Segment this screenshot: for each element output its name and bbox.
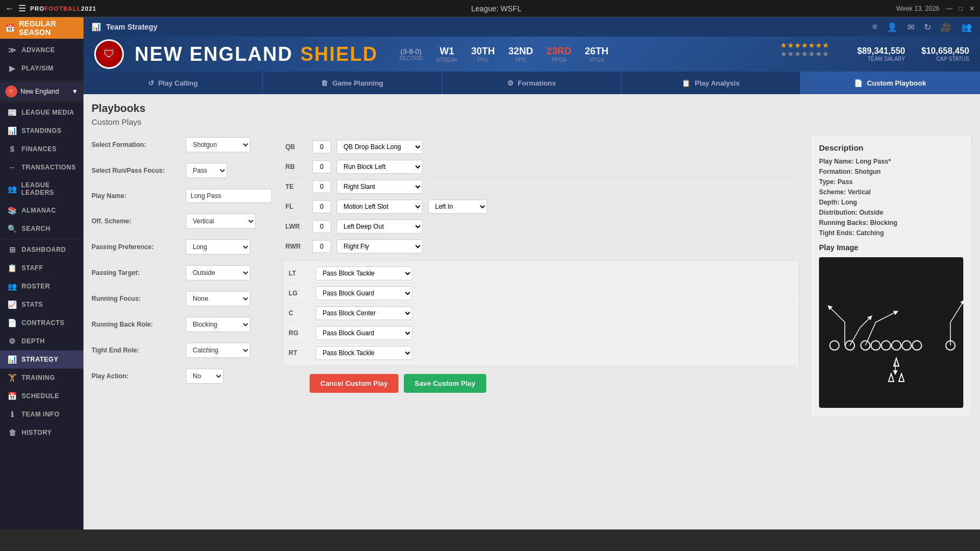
- qb: [894, 358, 899, 366]
- left-form-panel: Select Formation: Shotgun I-Formation Sp…: [92, 135, 272, 393]
- sidebar-item-contracts[interactable]: 📄 CONTRACTS: [0, 314, 83, 332]
- desc-dist-label: Distribution:: [819, 209, 857, 216]
- pos-route-qb[interactable]: QB Drop Back Long: [337, 140, 423, 154]
- passtarget-select[interactable]: Outside Inside: [186, 265, 250, 280]
- standings-icon: 📊: [8, 126, 17, 135]
- play-image-area: [819, 257, 963, 408]
- pos-route-rt[interactable]: Pass Block Tackle: [316, 346, 412, 360]
- content-area: 📊 Team Strategy ≡ 👤 ✉ ↻ 🎥 👥 🛡 NEW ENGLAN…: [83, 17, 980, 529]
- sidebar-item-depth[interactable]: ⚙ DEPTH: [0, 332, 83, 350]
- pos-label-rb: RB: [285, 163, 307, 171]
- sidebar-item-roster[interactable]: 👥 ROSTER: [0, 277, 83, 295]
- tab-custom-playbook-icon: 📄: [854, 79, 863, 87]
- pos-route-c[interactable]: Pass Block Center: [316, 306, 412, 320]
- pos-number-te[interactable]: [312, 180, 331, 193]
- sidebar-item-league-leaders[interactable]: 👥 LEAGUE LEADERS: [0, 176, 83, 201]
- pos-number-qb[interactable]: [312, 140, 331, 153]
- pos-label-rg: RG: [289, 329, 310, 337]
- sidebar-item-playsim[interactable]: ▶ PLAY/SIM: [0, 59, 83, 77]
- main-layout: 📅 REGULAR SEASON ≫ ADVANCE ▶ PLAY/SIM 🛡 …: [0, 17, 980, 529]
- team-selector[interactable]: 🛡 New England ▼: [0, 82, 83, 101]
- terole-select[interactable]: Catching Blocking: [186, 343, 250, 358]
- sidebar-item-almanac[interactable]: 📚 ALMANAC: [0, 201, 83, 220]
- header-icon-refresh[interactable]: ↻: [924, 22, 931, 32]
- formation-select[interactable]: Shotgun I-Formation Spread: [186, 137, 250, 152]
- pos-route-te[interactable]: Right Slant: [337, 180, 423, 194]
- stat-streak: W1 STREAK: [436, 46, 458, 63]
- sidebar-item-staff[interactable]: 📋 STAFF: [0, 259, 83, 277]
- rbrole-select[interactable]: Blocking Receiving: [186, 317, 250, 332]
- pos-route-lg[interactable]: Pass Block Guard: [316, 286, 412, 300]
- sidebar-item-strategy[interactable]: 📊 STRATEGY: [0, 350, 83, 369]
- playbooks-title: Playbooks: [92, 102, 972, 115]
- pos-label-c: C: [289, 309, 310, 317]
- desc-scheme-label: Scheme:: [819, 188, 846, 196]
- team-selector-name: New England: [20, 88, 59, 95]
- pos-number-fl[interactable]: [312, 200, 331, 213]
- playname-row: Play Name: Long Pass: [92, 186, 272, 206]
- back-icon[interactable]: ←: [5, 4, 14, 13]
- desc-depth-value: Long: [841, 199, 857, 206]
- desc-te-label: Tight Ends:: [819, 229, 855, 237]
- maximize-btn[interactable]: □: [959, 5, 963, 12]
- pos-route-lwr[interactable]: Left Deep Out: [337, 220, 423, 234]
- header-icon-db[interactable]: ≡: [872, 22, 877, 32]
- minimize-btn[interactable]: —: [946, 5, 953, 12]
- section-title: Team Strategy: [106, 23, 157, 31]
- sidebar-item-stats[interactable]: 📈 STATS: [0, 295, 83, 314]
- playname-input[interactable]: Long Pass: [186, 189, 272, 203]
- runfocus-label: Running Focus:: [92, 295, 180, 302]
- sidebar-item-transactions[interactable]: ↔ TRANSACTIONS: [0, 158, 83, 176]
- ypg-value: 32ND: [508, 46, 533, 57]
- pos-route-rwr[interactable]: Right Fly: [337, 239, 423, 253]
- pos-route-rb[interactable]: Run Block Left: [337, 160, 423, 174]
- sidebar-item-history[interactable]: 🗑 HISTORY: [0, 423, 83, 442]
- sidebar-item-standings[interactable]: 📊 STANDINGS: [0, 122, 83, 140]
- header-icon-user[interactable]: 👤: [887, 22, 898, 32]
- position-row-rwr: RWR Right Fly: [283, 237, 800, 256]
- cancel-custom-play-button[interactable]: Cancel Custom Play: [310, 374, 398, 393]
- pos-route2-fl[interactable]: Left In: [428, 200, 487, 214]
- pos-route-fl[interactable]: Motion Left Slot: [337, 200, 423, 214]
- sidebar-item-training[interactable]: 🏋 TRAINING: [0, 369, 83, 387]
- pos-number-rb[interactable]: [312, 160, 331, 173]
- stat-ppg: 30TH PPG: [471, 46, 495, 63]
- passpref-select[interactable]: Long Short Medium: [186, 239, 250, 255]
- sidebar-item-team-info[interactable]: ℹ TEAM INFO: [0, 405, 83, 423]
- runpass-select[interactable]: Pass Run: [186, 163, 227, 178]
- tab-play-calling[interactable]: ↺ Play Calling: [83, 72, 263, 94]
- tab-formations[interactable]: ⚙ Formations: [442, 72, 621, 94]
- passtarget-row: Passing Target: Outside Inside: [92, 263, 272, 283]
- sidebar-item-search[interactable]: 🔍 SEARCH: [0, 220, 83, 238]
- playaction-select[interactable]: No Yes: [186, 369, 223, 384]
- pos-route-lt[interactable]: Pass Block Tackle: [316, 266, 412, 280]
- pos-number-lwr[interactable]: [312, 220, 331, 233]
- season-bar[interactable]: 📅 REGULAR SEASON: [0, 17, 83, 39]
- close-btn[interactable]: ✕: [969, 5, 975, 12]
- sidebar-item-finances[interactable]: $ FINANCES: [0, 140, 83, 158]
- tab-custom-playbook[interactable]: 📄 Custom Playbook: [801, 72, 980, 94]
- sidebar-item-schedule[interactable]: 📅 SCHEDULE: [0, 387, 83, 405]
- description-title: Description: [819, 143, 963, 152]
- tab-game-planning[interactable]: 🗑 Game Planning: [263, 72, 442, 94]
- sidebar-item-dashboard[interactable]: ⊞ DASHBOARD: [0, 241, 83, 259]
- header-icon-group[interactable]: 👥: [961, 22, 972, 32]
- section-header-bar: 📊 Team Strategy ≡ 👤 ✉ ↻ 🎥 👥: [83, 17, 980, 37]
- offscheme-select[interactable]: Vertical West Coast: [186, 214, 256, 229]
- menu-icon[interactable]: ☰: [18, 3, 26, 13]
- sidebar-item-league-media[interactable]: 📰 LEAGUE MEDIA: [0, 103, 83, 122]
- team-header: 🛡 NEW ENGLAND SHIELD (3-8-0) RECORD W1 S…: [83, 37, 980, 72]
- header-icon-video[interactable]: 🎥: [941, 22, 951, 32]
- sidebar-item-advance[interactable]: ≫ ADVANCE: [0, 41, 83, 59]
- save-custom-play-button[interactable]: Save Custom Play: [404, 374, 486, 393]
- tab-play-analysis[interactable]: 📋 Play Analysis: [621, 72, 801, 94]
- stat-record: (3-8-0) RECORD: [400, 47, 423, 61]
- runfocus-select[interactable]: None Left Right: [186, 291, 250, 306]
- ppg-label: PPG: [477, 57, 488, 63]
- stat-ppga: 23RD PPGA: [547, 46, 571, 63]
- pos-number-rwr[interactable]: [312, 240, 331, 253]
- pos-route-rg[interactable]: Pass Block Guard: [316, 326, 412, 340]
- header-icon-mail[interactable]: ✉: [907, 22, 914, 32]
- sidebar: 📅 REGULAR SEASON ≫ ADVANCE ▶ PLAY/SIM 🛡 …: [0, 17, 83, 529]
- record-value: (3-8-0): [401, 47, 422, 55]
